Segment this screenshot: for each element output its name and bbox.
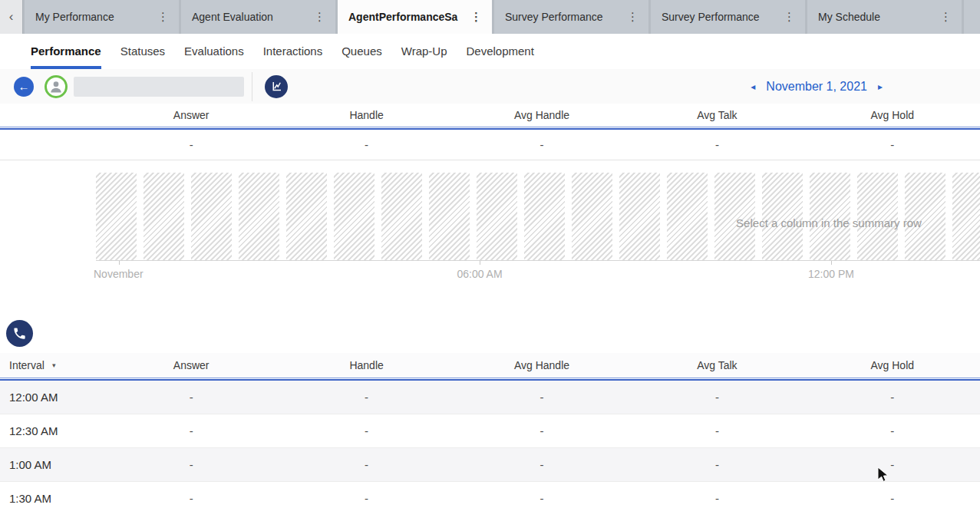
sort-caret-icon: ▾ bbox=[52, 361, 56, 369]
prev-day-button[interactable]: ◂ bbox=[751, 81, 755, 92]
interval-chart: Select a column in the summary row Novem… bbox=[0, 173, 980, 288]
value-cell: - bbox=[805, 492, 980, 505]
value-cell: - bbox=[454, 458, 629, 471]
chart-bar-placeholder bbox=[334, 173, 375, 260]
summary-header-row: AnswerHandleAvg HandleAvg TalkAvg Hold bbox=[0, 104, 980, 127]
tab-label: Survey Performance bbox=[505, 11, 603, 23]
person-icon bbox=[48, 79, 64, 94]
interval-header-row: Interval ▾ AnswerHandleAvg HandleAvg Tal… bbox=[0, 353, 980, 378]
tab-agentperformancesa[interactable]: AgentPerformanceSa⋮ bbox=[338, 0, 492, 34]
tab-menu-icon[interactable]: ⋮ bbox=[938, 10, 954, 24]
table-row[interactable]: 1:30 AM----- bbox=[0, 482, 980, 508]
subnav-item-performance[interactable]: Performance bbox=[31, 34, 101, 69]
chart-bar-placeholder bbox=[381, 173, 422, 260]
toolbar-divider bbox=[252, 72, 252, 101]
chart-bar-placeholder bbox=[191, 173, 232, 260]
tab-menu-icon[interactable]: ⋮ bbox=[781, 10, 797, 24]
interval-cell: 1:00 AM bbox=[0, 458, 104, 471]
summary-value-cell[interactable]: - bbox=[454, 138, 629, 151]
value-cell: - bbox=[454, 492, 629, 505]
interval-col-header[interactable]: Handle bbox=[279, 359, 454, 371]
chart-bar-placeholder bbox=[96, 173, 137, 260]
axis-tick-label: 12:00 PM bbox=[808, 268, 854, 280]
summary-col-header[interactable]: Answer bbox=[104, 109, 279, 121]
tab-survey-performance[interactable]: Survey Performance⋮ bbox=[651, 0, 805, 34]
value-cell: - bbox=[104, 424, 279, 437]
summary-table: AnswerHandleAvg HandleAvg TalkAvg Hold -… bbox=[0, 104, 980, 160]
interval-table-body: 12:00 AM-----12:30 AM-----1:00 AM-----1:… bbox=[0, 381, 980, 508]
tab-my-performance[interactable]: My Performance⋮ bbox=[25, 0, 179, 34]
media-type-row bbox=[6, 320, 980, 347]
subnav-item-wrap-up[interactable]: Wrap-Up bbox=[401, 34, 447, 69]
axis-tick-label: November bbox=[94, 268, 144, 280]
tab-bar: ‹ My Performance⋮Agent Evaluation⋮AgentP… bbox=[0, 0, 980, 34]
chart-bar-placeholder bbox=[286, 173, 327, 260]
tab-strip: My Performance⋮Agent Evaluation⋮AgentPer… bbox=[23, 0, 980, 34]
arrow-left-icon: ← bbox=[18, 80, 30, 93]
chart-bar-placeholder bbox=[952, 173, 980, 260]
subnav-item-queues[interactable]: Queues bbox=[342, 34, 382, 69]
interval-col-header[interactable]: Avg Talk bbox=[629, 359, 804, 371]
chart-bar-placeholder bbox=[144, 173, 184, 260]
subnav-item-evaluations[interactable]: Evaluations bbox=[184, 34, 244, 69]
chart-view-button[interactable] bbox=[265, 75, 288, 98]
value-cell: - bbox=[104, 458, 279, 471]
subnav-item-statuses[interactable]: Statuses bbox=[120, 34, 165, 69]
value-cell: - bbox=[629, 391, 804, 404]
axis-tick bbox=[831, 261, 832, 265]
summary-value-cell[interactable]: - bbox=[104, 138, 279, 151]
date-label[interactable]: November 1, 2021 bbox=[766, 80, 867, 94]
value-cell: - bbox=[279, 458, 454, 471]
value-cell: - bbox=[629, 424, 804, 437]
chart-bar-placeholder bbox=[477, 173, 517, 260]
summary-value-cell[interactable]: - bbox=[279, 138, 454, 151]
back-button[interactable]: ← bbox=[14, 77, 34, 97]
summary-value-cell[interactable]: - bbox=[805, 138, 980, 151]
tab-my-schedule[interactable]: My Schedule⋮ bbox=[807, 0, 962, 34]
value-cell: - bbox=[279, 391, 454, 404]
tab-menu-icon[interactable]: ⋮ bbox=[468, 10, 484, 24]
summary-col-header[interactable]: Handle bbox=[279, 109, 454, 121]
tab-label: My Performance bbox=[35, 11, 114, 23]
tab-label: My Schedule bbox=[818, 11, 880, 23]
performance-subnav: PerformanceStatusesEvaluationsInteractio… bbox=[0, 34, 980, 69]
tab-agent-evaluation[interactable]: Agent Evaluation⋮ bbox=[181, 0, 335, 34]
interval-cell: 12:30 AM bbox=[0, 424, 104, 437]
interval-col-header[interactable]: Avg Handle bbox=[454, 359, 629, 371]
summary-col-header[interactable]: Avg Handle bbox=[454, 109, 629, 121]
chart-bar-placeholder bbox=[667, 173, 708, 260]
voice-media-button[interactable] bbox=[6, 320, 33, 347]
subnav-item-development[interactable]: Development bbox=[467, 34, 534, 69]
tab-survey-performance[interactable]: Survey Performance⋮ bbox=[494, 0, 648, 34]
value-cell: - bbox=[104, 492, 279, 505]
summary-col-header[interactable]: Avg Hold bbox=[805, 109, 980, 121]
tab-label: Agent Evaluation bbox=[192, 11, 273, 23]
interval-col-header[interactable]: Answer bbox=[104, 359, 279, 371]
summary-values-row: ----- bbox=[0, 130, 980, 160]
chart-bar-placeholder bbox=[572, 173, 612, 260]
interval-col-header[interactable]: Avg Hold bbox=[805, 359, 980, 371]
table-row[interactable]: 12:00 AM----- bbox=[0, 381, 980, 414]
value-cell: - bbox=[454, 424, 629, 437]
value-cell: - bbox=[805, 424, 980, 437]
subnav-item-interactions[interactable]: Interactions bbox=[263, 34, 323, 69]
next-day-button[interactable]: ▸ bbox=[878, 81, 883, 92]
date-navigation: ◂ November 1, 2021 ▸ bbox=[751, 69, 883, 104]
chart-placeholder-message: Select a column in the summary row bbox=[718, 216, 940, 229]
summary-col-header[interactable]: Avg Talk bbox=[629, 109, 804, 121]
interval-column-header[interactable]: Interval ▾ bbox=[0, 359, 104, 371]
value-cell: - bbox=[805, 391, 980, 404]
tab-partial bbox=[964, 0, 980, 34]
tab-label: Survey Performance bbox=[662, 11, 760, 23]
table-row[interactable]: 1:00 AM----- bbox=[0, 448, 980, 482]
table-row[interactable]: 12:30 AM----- bbox=[0, 414, 980, 448]
summary-value-cell[interactable]: - bbox=[629, 138, 804, 151]
tab-menu-icon[interactable]: ⋮ bbox=[625, 10, 641, 24]
tab-menu-icon[interactable]: ⋮ bbox=[312, 10, 328, 24]
interval-cell: 1:30 AM bbox=[0, 492, 104, 505]
tab-scroll-left-button[interactable]: ‹ bbox=[0, 0, 23, 34]
chevron-left-icon: ‹ bbox=[9, 9, 14, 25]
chart-bar-placeholder bbox=[429, 173, 470, 260]
phone-icon bbox=[12, 326, 27, 341]
tab-menu-icon[interactable]: ⋮ bbox=[155, 10, 171, 24]
